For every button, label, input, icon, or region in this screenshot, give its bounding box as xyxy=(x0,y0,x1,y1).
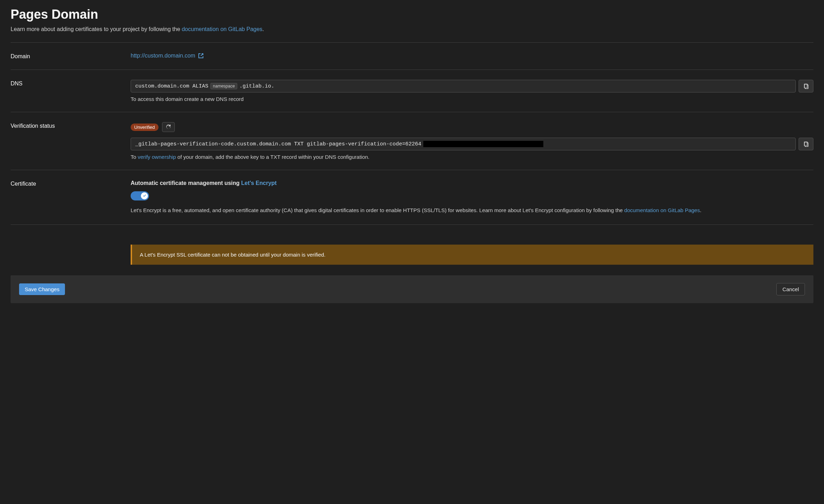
namespace-pill: namespace xyxy=(210,83,237,89)
copy-dns-button[interactable] xyxy=(799,80,813,92)
verify-ownership-link[interactable]: verify ownership xyxy=(138,154,176,160)
cert-doc-link[interactable]: documentation on GitLab Pages xyxy=(624,207,700,213)
footer-actions: Save Changes Cancel xyxy=(11,275,813,303)
toggle-knob xyxy=(141,192,148,199)
alert-warning: A Let's Encrypt SSL certificate can not … xyxy=(131,245,813,265)
dns-help-text: To access this domain create a new DNS r… xyxy=(131,96,813,102)
copy-verification-button[interactable] xyxy=(799,138,813,150)
intro-doc-link[interactable]: documentation on GitLab Pages xyxy=(182,26,263,32)
unverified-badge: Unverified xyxy=(131,124,159,131)
domain-row: Domain http://custom.domain.com xyxy=(11,43,813,70)
certificate-row: Certificate Automatic certificate manage… xyxy=(11,170,813,224)
verification-label: Verification status xyxy=(11,122,131,160)
intro-text: Learn more about adding certificates to … xyxy=(11,26,813,32)
dns-record-field[interactable]: custom.domain.com ALIAS namespace.gitlab… xyxy=(131,80,796,92)
retry-verification-button[interactable] xyxy=(162,122,175,132)
alert-row: A Let's Encrypt SSL certificate can not … xyxy=(11,225,813,275)
lets-encrypt-link[interactable]: Let's Encrypt xyxy=(241,180,277,186)
page-title: Pages Domain xyxy=(11,7,813,22)
dns-label: DNS xyxy=(11,80,131,102)
external-link-icon xyxy=(198,53,204,59)
retry-icon xyxy=(166,124,171,130)
certificate-heading: Automatic certificate management using L… xyxy=(131,180,813,186)
domain-label: Domain xyxy=(11,53,131,60)
clipboard-icon xyxy=(803,83,809,89)
verification-row: Verification status Unverified _gitlab-p… xyxy=(11,112,813,170)
auto-certificate-toggle[interactable] xyxy=(131,191,149,200)
clipboard-icon xyxy=(803,141,809,147)
save-button[interactable]: Save Changes xyxy=(19,283,65,295)
cancel-button[interactable]: Cancel xyxy=(776,283,805,295)
certificate-description: Let's Encrypt is a free, automated, and … xyxy=(131,206,813,215)
certificate-label: Certificate xyxy=(11,180,131,215)
verification-txt-field[interactable]: _gitlab-pages-verification-code.custom.d… xyxy=(131,138,796,150)
dns-row: DNS custom.domain.com ALIAS namespace.gi… xyxy=(11,70,813,112)
domain-url-link[interactable]: http://custom.domain.com xyxy=(131,53,204,59)
verification-help-text: To verify ownership of your domain, add … xyxy=(131,154,813,160)
redacted-code xyxy=(423,141,543,147)
check-icon xyxy=(143,194,147,198)
